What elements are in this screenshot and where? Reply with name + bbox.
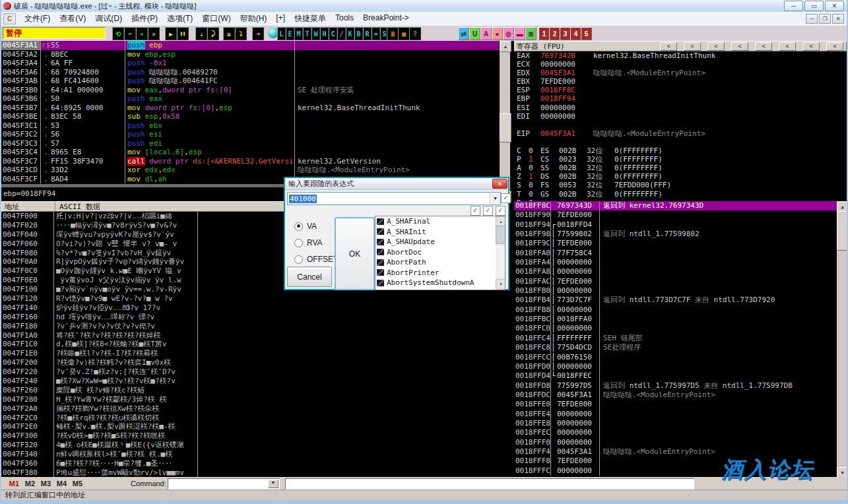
disasm-row[interactable]: 0045F3B0.64:A1 000000mov eax,dword ptr f…	[1, 86, 499, 95]
stack-row[interactable]: 0018FFC0│00000000	[514, 324, 847, 333]
register-row[interactable]: ECX00000000	[514, 60, 847, 69]
stack-row[interactable]: 0018FFD4└0018FFEC	[514, 371, 847, 381]
stack-row[interactable]: 0018FFD8775997D5返回到 ntdll_1.775997D5 来自 …	[514, 381, 847, 391]
stack-row[interactable]: 0018FFC4│FFFFFFFFSEH 链尾部	[514, 334, 847, 343]
window-button-=[interactable]: =	[372, 27, 380, 40]
menu-item-10[interactable]: Tools	[331, 12, 358, 26]
scroll-left-button[interactable]: <	[779, 42, 796, 51]
stack-row[interactable]: 0018FFDC0045F3A1哒哒哒哒.<ModuleEntryPoint>	[514, 391, 847, 400]
dump-row[interactable]: 0047F380P坶u盛愆‥‥蕖mvW颟v勚rv/>lv■■mv	[1, 468, 499, 477]
function-list-item[interactable]: AbortPath	[375, 257, 505, 268]
register-row[interactable]: EBX7EFDE000	[514, 77, 847, 86]
dump-row[interactable]: 0047F3606■栚?栚??栚‥‥H■泶?鹱.■圣‥‥	[1, 459, 499, 468]
function-list-item[interactable]: AbortPrinter	[375, 268, 505, 278]
register-row[interactable]: EIP0045F3A1哒哒哒哒.<ModuleEntryPoint>	[514, 129, 847, 138]
window-button-r[interactable]: R	[363, 27, 372, 40]
dump-row[interactable]: 0047F3204■栚 o栚E■栚蹴栚丶■栚E({v讴栚镤潴	[1, 441, 499, 450]
window-button-/[interactable]: /	[337, 27, 346, 40]
radio-icon[interactable]	[294, 222, 303, 231]
window-button-h[interactable]: H	[320, 27, 329, 40]
chevron-down-icon[interactable]: ▼	[268, 480, 278, 488]
stack-row[interactable]: 0018FF9C│7EFDE000	[514, 239, 847, 248]
scroll-left-button[interactable]: <	[826, 42, 843, 51]
plugin-slot-button-1[interactable]: 1	[538, 27, 550, 40]
pane-tab-m5[interactable]: M5	[70, 478, 85, 488]
cpu-window-icon[interactable]: C	[3, 13, 16, 24]
radio-option-offset[interactable]: OFFSET	[294, 255, 338, 264]
scroll-left-button[interactable]: <	[660, 42, 677, 51]
pane-tab-m2[interactable]: M2	[22, 478, 38, 488]
register-row[interactable]: EAX7697342Bkernel32.BaseThreadInitThunk	[514, 51, 847, 60]
disasm-row[interactable]: 0045F3BE.83EC 58sub esp,0x58	[1, 112, 499, 121]
scroll-left-button[interactable]: <	[684, 42, 701, 51]
menu-item-1[interactable]: 文件(F)	[20, 12, 55, 26]
stack-row[interactable]: 0018FF98│77599802返回到 ntdll_1.77599802	[514, 230, 847, 239]
scroll-down-icon[interactable]: ▼	[837, 467, 847, 477]
dump-row[interactable]: 0047F1E0?栚嗥■栚l?v?栚-I?栚?栚晷栚	[1, 349, 499, 358]
dump-row[interactable]: 0047F2A0搁栚?栚鞫Yw?栚徂Xw栚?栚氽栚	[1, 404, 499, 414]
disasm-row[interactable]: 0045F3A1r$55push ebp	[1, 41, 499, 50]
disasm-row[interactable]: 0045F3B7.64:8925 0000mov dword ptr fs:[0…	[1, 104, 499, 113]
dump-header-address[interactable]: 地址	[2, 202, 55, 211]
dump-row[interactable]: 0047F200?栚馓?v)栚?栚帏?v?栚弈I■v0x栚	[1, 358, 499, 367]
flag-segment-row[interactable]: P1CS002332位0(FFFFFFFF)	[514, 155, 847, 164]
dialog-close-icon[interactable]: ✕	[492, 179, 507, 189]
menu-item-11[interactable]: BreakPoint->	[358, 12, 414, 26]
function-list[interactable]: A_SHAFinalA_SHAInitA_SHAUpdateAbortDocAb…	[375, 216, 506, 290]
radio-icon[interactable]	[294, 239, 303, 247]
register-row[interactable]: EDI00000000	[514, 112, 847, 121]
stack-row[interactable]: 0018FFE800000000	[514, 419, 847, 428]
scroll-thumb[interactable]	[837, 211, 847, 251]
step-into-button[interactable]: ⇣	[195, 27, 207, 40]
function-list-item[interactable]: AbortDoc	[375, 247, 505, 258]
window-button-e[interactable]: E	[286, 27, 294, 40]
rewind-button[interactable]: «	[136, 27, 148, 40]
disasm-row[interactable]: 0045F3C1.53push ebx	[1, 121, 499, 131]
menu-item-4[interactable]: 插件(P)	[127, 12, 162, 26]
stack-row[interactable]: 0018FFCC│00B76150	[514, 353, 847, 362]
mdi-restore-button[interactable]: ❐	[819, 14, 831, 24]
menu-item-5[interactable]: 选项(T)	[162, 12, 197, 26]
disasm-row[interactable]: 0045F3CD.33D2xor edx,edx哒哒哒哒.<ModuleEntr…	[1, 166, 499, 175]
record-button[interactable]: ●	[492, 27, 503, 40]
stack-row[interactable]: 0018FFA0│77F758C4	[514, 249, 847, 258]
scroll-down-icon[interactable]: ▼	[496, 279, 506, 290]
chevron-down-icon[interactable]: ▼	[490, 193, 500, 204]
mdi-minimize-button[interactable]: ─	[806, 14, 818, 24]
window-button-b[interactable]: B	[354, 27, 363, 40]
disasm-row[interactable]: 0045F3C2.56push esi	[1, 130, 499, 139]
dump-row[interactable]: 0047F220?v″癸v.Z!■栚z?v;[?栚连″栚″D?v	[1, 367, 499, 377]
scroll-left-button[interactable]: <	[731, 42, 748, 51]
close-button[interactable]: ✕	[825, 1, 844, 11]
scroll-thumb[interactable]	[496, 226, 506, 244]
expression-input[interactable]: 401000 ▼	[287, 192, 501, 205]
plugin-slot-button-4[interactable]: 4	[570, 27, 581, 40]
dialog-title-bar[interactable]: 输入要跟随的表达式 ✕	[285, 178, 508, 190]
disasm-row[interactable]: 0045F3A4.6A FFpush -0x1	[1, 59, 499, 68]
function-list-item[interactable]: A_SHAInit	[375, 227, 505, 237]
flag-segment-row[interactable]: C0ES002B32位0(FFFFFFFF)	[514, 146, 847, 155]
help-button[interactable]: ?	[409, 27, 421, 40]
aux-input[interactable]	[285, 478, 694, 489]
menu-item-9[interactable]: 快捷菜单	[290, 12, 331, 26]
disasm-row[interactable]: 0045F3C7.FF15 38F3470call dword ptr ds:[…	[1, 157, 499, 166]
stack-scrollbar[interactable]: ▲▼	[837, 201, 847, 477]
pane-tab-m4[interactable]: M4	[54, 478, 69, 488]
stack-row[interactable]: 0018FFEC00000000	[514, 428, 847, 437]
pane-tab-m3[interactable]: M3	[38, 478, 53, 488]
register-row[interactable]: EBP0018FF94	[514, 94, 847, 103]
pane-tab-m1[interactable]: M1	[7, 478, 22, 488]
stack-row[interactable]: 0018FF94┌0018FFD4	[514, 220, 847, 230]
dump-row[interactable]: 0047F120R?v憓ÿv■?v9■ wE?v-?v?■ w ?v	[1, 294, 499, 303]
window-button-l[interactable]: L	[277, 27, 286, 40]
registers-panel[interactable]: 寄存器 (FPU)<<<<<<<<EAX7697342Bkernel32.Bas…	[514, 41, 847, 201]
compare-button[interactable]: ⇄	[458, 27, 469, 40]
options-button[interactable]: ≣	[387, 27, 399, 40]
scroll-up-icon[interactable]: ▲	[500, 41, 511, 52]
window-button-w[interactable]: W	[311, 27, 320, 40]
stack-row[interactable]: 0018FFE07EFDE000	[514, 400, 847, 409]
scroll-thumb[interactable]	[500, 113, 511, 142]
run-button[interactable]: ▶	[165, 27, 177, 40]
stack-row[interactable]: 0018FF907EFDE000	[514, 210, 847, 220]
radio-option-rva[interactable]: RVA	[294, 238, 323, 247]
